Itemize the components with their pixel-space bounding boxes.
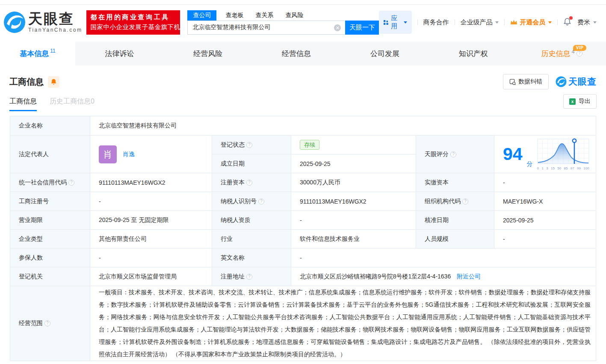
table-row: 营业期限 2025-09-25 至 无固定期限 纳税人资质 - 核准日期 202… <box>10 211 596 230</box>
table-row: 法定代表人 肖 肖逸 登记状态 存续 天眼评分 94 分 <box>10 136 596 154</box>
table-row: 经营范围 一般项目：技术服务、技术开发、技术咨询、技术交流、技术转让、技术推广；… <box>10 286 596 361</box>
registered-capital-value: 30000万人民币 <box>291 173 416 192</box>
table-row: 工商注册号 - 纳税人识别号 91110113MAEY16WGX2 组织机构代码… <box>10 192 596 211</box>
help-icon[interactable] <box>576 50 582 56</box>
slogan-line-1: 都在用的商业查询工具 <box>90 13 176 21</box>
legal-rep-cell: 肖 肖逸 <box>90 136 212 173</box>
chevron-down-icon <box>404 21 407 24</box>
business-cooperation-link[interactable]: 商务合作 <box>423 18 449 27</box>
notification-bell[interactable] <box>563 18 571 27</box>
help-icon[interactable] <box>246 142 252 148</box>
tab-intellectual-property[interactable]: 知识产权 <box>429 41 517 65</box>
vip-badge: VIP <box>573 45 587 51</box>
registration-number-label: 工商注册号 <box>10 192 90 211</box>
registered-address-label: 注册地址 <box>212 267 291 286</box>
tab-legal-litigation[interactable]: 法律诉讼 <box>75 41 164 65</box>
score-label: 天眼评分 <box>416 136 494 173</box>
business-info-table: 企业名称 北京临空智慧港科技有限公司 法定代表人 肖 肖逸 登记状态 存续 天眼… <box>10 116 596 361</box>
section-header: 工商信息 数据纠错 天眼查 <box>0 74 606 89</box>
slogan-line-2: 国家中小企业发展子基金旗下机构 <box>90 23 176 31</box>
username: 费米 <box>577 18 590 27</box>
notification-dot <box>569 16 573 20</box>
search-input[interactable] <box>187 21 345 35</box>
industry-value: 软件和信息技术服务业 <box>291 230 416 249</box>
business-term-label: 营业期限 <box>10 211 90 230</box>
help-icon[interactable] <box>68 180 74 186</box>
tab-label: 知识产权 <box>459 49 488 59</box>
nav-divider <box>504 19 505 25</box>
search-button[interactable]: 天眼一下 <box>345 21 379 35</box>
help-icon[interactable] <box>450 151 456 157</box>
insured-count-value: - <box>90 249 212 267</box>
english-name-label: 英文名称 <box>212 249 291 267</box>
logo-swirl-icon <box>3 11 26 33</box>
taxpayer-qualification-value: - <box>291 211 416 230</box>
score-marker-pin <box>572 139 576 142</box>
logo-brand-text: 天眼查 <box>28 12 82 26</box>
search-tab-relation[interactable]: 查关系 <box>255 10 273 21</box>
apps-menu[interactable]: 应用 <box>379 11 411 34</box>
reg-status-label: 登记状态 <box>212 136 291 154</box>
legal-rep-label: 法定代表人 <box>10 136 90 173</box>
table-row: 统一社会信用代码 91110113MAEY16WGX2 注册资本 30000万人… <box>10 173 596 192</box>
export-button[interactable]: 导出 <box>563 94 597 109</box>
score-axis-ticks: 0131550859799100 <box>537 166 589 170</box>
user-menu[interactable]: 费米 <box>577 18 597 27</box>
company-page-tabs: 基本信息 11 法律诉讼 经营风险 经营信息 公司发展 知识产权 VIP 历史信… <box>0 41 606 65</box>
insured-count-label: 参保人数 <box>10 249 90 267</box>
nearby-companies-link[interactable]: 附近公司 <box>457 273 481 280</box>
bell-icon <box>50 78 57 85</box>
table-row: 登记机关 北京市顺义区市场监督管理局 注册地址 北京市顺义区后沙峪镇裕曦路9号院… <box>10 267 596 286</box>
subtab-business-info[interactable]: 工商信息 <box>9 97 37 111</box>
nav-divider <box>417 19 418 25</box>
taxpayer-qualification-label: 纳税人资质 <box>212 211 291 230</box>
chevron-down-icon <box>548 21 552 24</box>
status-badge: 存续 <box>300 140 319 150</box>
enterprise-products-menu[interactable]: 企业级产品 <box>460 18 499 27</box>
search-tab-boss[interactable]: 查老板 <box>225 10 243 21</box>
help-icon[interactable] <box>246 274 252 280</box>
tianyancha-logo[interactable]: 天眼查 TianYanCha.com <box>3 11 82 33</box>
chevron-down-icon <box>593 21 597 24</box>
data-correction-label: 数据纠错 <box>518 78 542 86</box>
avatar[interactable]: 肖 <box>99 145 117 163</box>
credit-code-value: 91110113MAEY16WGX2 <box>90 173 212 192</box>
registration-authority-label: 登记机关 <box>10 267 90 286</box>
score-unit: 分 <box>527 160 533 168</box>
help-icon[interactable] <box>462 198 468 204</box>
crown-icon <box>510 19 517 25</box>
data-correction-button[interactable]: 数据纠错 <box>503 74 549 89</box>
tab-count: 11 <box>50 48 55 54</box>
paid-capital-value: - <box>494 173 596 192</box>
company-type-value: 其他有限责任公司 <box>90 230 212 249</box>
industry-label: 行业 <box>212 230 291 249</box>
tab-company-development[interactable]: 公司发展 <box>340 41 429 65</box>
tab-basic-info[interactable]: 基本信息 11 <box>0 41 75 65</box>
open-vip-menu[interactable]: 开通会员 <box>510 18 552 27</box>
help-icon[interactable] <box>44 320 50 326</box>
help-icon[interactable] <box>246 180 252 186</box>
nav-divider <box>455 19 455 25</box>
clear-search-icon[interactable] <box>334 24 341 31</box>
table-row: 参保人数 - 英文名称 - <box>10 249 596 267</box>
tab-operating-info[interactable]: 经营信息 <box>252 41 341 65</box>
tab-history-info[interactable]: VIP 历史信息 4 <box>517 41 606 65</box>
paid-capital-label: 实缴资本 <box>416 173 494 192</box>
logo-swirl-icon <box>556 76 567 87</box>
subtab-history-business-info[interactable]: 历史工商信息0 <box>50 97 95 111</box>
tab-operating-risk[interactable]: 经营风险 <box>164 41 252 65</box>
registration-number-value: - <box>90 192 212 211</box>
monitor-bell-button[interactable] <box>48 76 59 88</box>
table-row: 企业类型 其他有限责任公司 行业 软件和信息技术服务业 人员规模 - <box>10 230 596 249</box>
search-tab-risk[interactable]: 查风险 <box>285 10 303 21</box>
section-title: 工商信息 <box>9 76 44 88</box>
watermark-brand-text: 天眼查 <box>568 76 597 88</box>
help-icon[interactable] <box>258 198 264 204</box>
legal-rep-link[interactable]: 肖逸 <box>123 151 135 158</box>
excel-icon <box>569 98 576 105</box>
score-cell: 94 分 <box>494 136 596 173</box>
registered-address-value: 北京市顺义区后沙峪镇裕曦路9号院8号楼1至2层4-4-1636 附近公司 <box>291 267 596 286</box>
search-tab-company[interactable]: 查公司 <box>187 10 216 21</box>
address-text: 北京市顺义区后沙峪镇裕曦路9号院8号楼1至2层4-4-1636 <box>300 273 451 280</box>
slogan-banner: 都在用的商业查询工具 国家中小企业发展子基金旗下机构 <box>86 10 180 35</box>
